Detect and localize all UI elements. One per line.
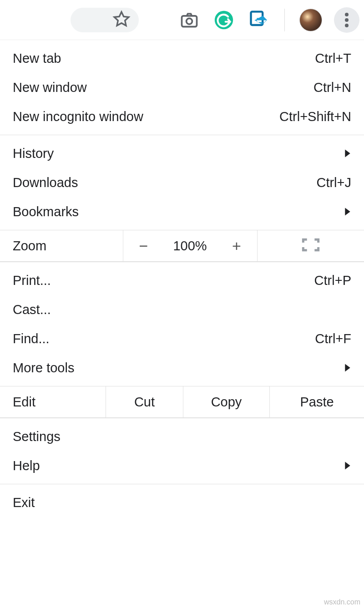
menu-label: Exit [13,496,351,509]
bookmark-star-icon[interactable] [112,10,131,30]
zoom-value: 100% [164,230,216,261]
zoom-label: Zoom [0,230,123,261]
menu-history[interactable]: History [0,139,364,168]
menu-shortcut: Ctrl+P [314,274,351,287]
menu-edit-row: Edit Cut Copy Paste [0,386,364,418]
toolbar-separator [284,9,285,31]
menu-label: Cast... [13,303,351,316]
menu-bookmarks[interactable]: Bookmarks [0,197,364,226]
svg-point-5 [345,18,349,22]
menu-label: History [13,147,344,160]
menu-label: Find... [13,332,315,345]
edit-cut-button[interactable]: Cut [106,386,183,417]
menu-zoom-row: Zoom − 100% + [0,230,364,262]
chevron-right-icon [344,361,351,375]
chevron-right-icon [344,459,351,472]
menu-print[interactable]: Print... Ctrl+P [0,266,364,295]
fullscreen-button[interactable] [257,230,364,261]
svg-point-1 [187,18,192,24]
menu-new-incognito[interactable]: New incognito window Ctrl+Shift+N [0,102,364,131]
share-export-icon[interactable] [247,9,270,31]
chrome-main-menu: New tab Ctrl+T New window Ctrl+N New inc… [0,40,364,521]
menu-label: Settings [13,430,351,443]
menu-shortcut: Ctrl+Shift+N [279,110,351,123]
zoom-in-button[interactable]: + [216,230,257,261]
svg-point-4 [345,13,349,16]
menu-shortcut: Ctrl+F [315,332,351,345]
address-bar-right [71,8,139,32]
edit-label: Edit [0,386,106,417]
chevron-right-icon [344,147,351,160]
menu-cast[interactable]: Cast... [0,295,364,324]
menu-label: New tab [13,52,315,65]
edit-paste-button[interactable]: Paste [269,386,364,417]
menu-label: Help [13,459,344,472]
menu-more-tools[interactable]: More tools [0,353,364,382]
chrome-menu-button[interactable] [334,7,359,33]
chevron-right-icon [344,205,351,218]
menu-help[interactable]: Help [0,451,364,480]
edit-copy-button[interactable]: Copy [183,386,269,417]
svg-point-6 [345,24,349,27]
menu-settings[interactable]: Settings [0,422,364,451]
browser-toolbar [0,0,364,40]
menu-new-window[interactable]: New window Ctrl+N [0,73,364,102]
menu-exit[interactable]: Exit [0,488,364,517]
menu-label: More tools [13,361,344,375]
menu-downloads[interactable]: Downloads Ctrl+J [0,168,364,197]
menu-label: Print... [13,274,314,287]
fullscreen-icon [302,238,320,254]
menu-new-tab[interactable]: New tab Ctrl+T [0,44,364,73]
menu-shortcut: Ctrl+J [316,176,351,189]
camera-icon[interactable] [178,9,201,31]
menu-label: New window [13,81,313,94]
menu-label: Bookmarks [13,205,344,218]
zoom-out-button[interactable]: − [123,230,164,261]
menu-label: Downloads [13,176,316,189]
menu-shortcut: Ctrl+N [313,81,351,94]
svg-rect-0 [182,15,197,26]
menu-label: New incognito window [13,110,279,123]
menu-shortcut: Ctrl+T [315,52,351,65]
menu-find[interactable]: Find... Ctrl+F [0,324,364,353]
profile-avatar[interactable] [299,9,322,31]
grammarly-icon[interactable] [212,9,235,31]
